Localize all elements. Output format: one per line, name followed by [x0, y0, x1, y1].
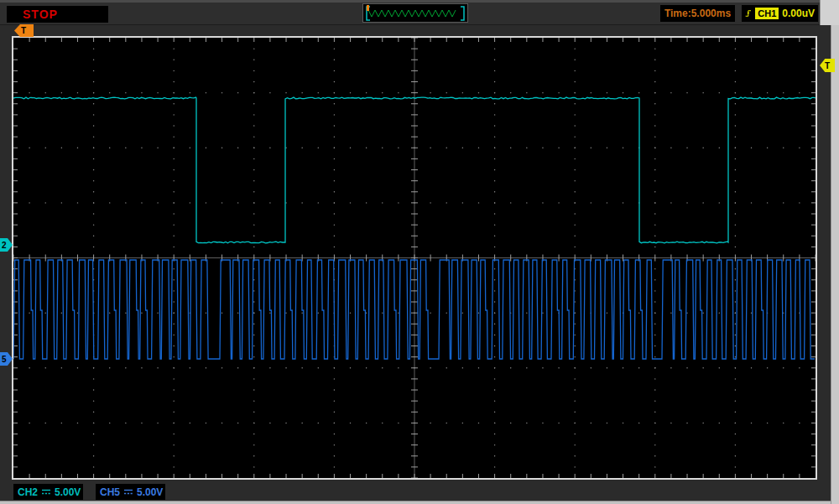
trigger-readout: CH1 0.00uV	[742, 5, 818, 22]
ch5-readout[interactable]: CH5 5.00V	[96, 484, 165, 500]
window-top-edge	[0, 0, 839, 3]
window-right-edge	[831, 25, 839, 504]
trigger-level-marker[interactable]: T	[820, 59, 835, 72]
dc-coupling-icon	[123, 488, 133, 496]
ch5-position-marker-label: 5	[2, 355, 7, 364]
ch5-name: CH5	[100, 486, 120, 498]
trigger-time-marker[interactable]: T	[14, 24, 34, 37]
graticule-display	[12, 36, 817, 480]
trigger-position-preview[interactable]	[362, 3, 468, 23]
trigger-level-marker-label: T	[825, 61, 830, 70]
waveform-canvas	[13, 38, 816, 478]
window-right-edge-top	[820, 0, 839, 25]
trigger-preview-wave-icon	[363, 4, 467, 22]
edge-trigger-icon	[745, 7, 752, 20]
trigger-source-badge: CH1	[755, 8, 779, 19]
acquisition-status-label: STOP	[7, 6, 108, 23]
ch2-scale: 5.00V	[55, 486, 81, 498]
timebase-label: Time:5.000ms	[664, 8, 731, 19]
top-bar: STOP Time:5.000ms CH1 0.00uV	[0, 0, 839, 25]
dc-coupling-icon	[41, 488, 51, 496]
ch5-position-marker[interactable]: 5	[0, 352, 13, 366]
timebase-readout: Time:5.000ms	[660, 5, 735, 22]
window-bottom-edge	[0, 501, 839, 504]
ch2-position-marker[interactable]: 2	[0, 238, 13, 252]
acquisition-status: STOP	[7, 6, 108, 23]
trigger-level-readout: 0.00uV	[782, 8, 815, 19]
ch2-position-marker-label: 2	[2, 241, 7, 250]
ch5-scale: 5.00V	[137, 486, 163, 498]
ch2-readout[interactable]: CH2 5.00V	[13, 484, 83, 500]
trigger-time-marker-label: T	[21, 26, 26, 35]
ch2-name: CH2	[18, 486, 38, 498]
